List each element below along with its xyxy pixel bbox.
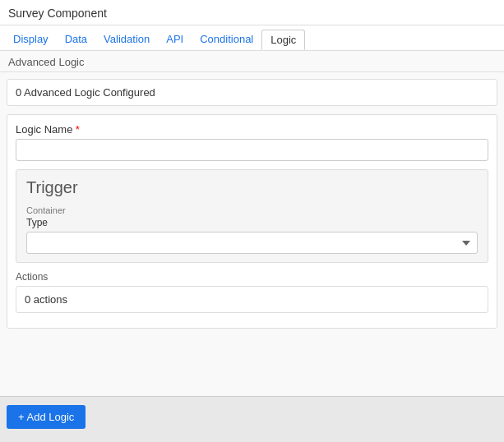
actions-label: Actions [16,271,488,283]
logic-name-label: Logic Name * [16,123,488,136]
tab-conditional[interactable]: Conditional [192,29,261,51]
add-logic-button[interactable]: + Add Logic [7,405,86,429]
trigger-title: Trigger [26,178,478,197]
window-title: Survey Component [8,7,107,20]
logic-form: Logic Name * Trigger Container Type Acti… [7,114,497,329]
logic-name-input[interactable] [16,139,488,161]
container-label: Container [26,205,478,215]
tabs-row: Display Data Validation API Conditional … [0,25,504,51]
tab-logic[interactable]: Logic [261,30,305,50]
section-label: Advanced Logic [0,51,504,72]
trigger-type-select[interactable] [26,232,478,254]
title-bar: Survey Component [0,0,504,25]
tab-data[interactable]: Data [57,29,95,51]
actions-count-bar: 0 actions [16,286,488,313]
tab-api[interactable]: API [158,29,192,51]
trigger-box: Trigger Container Type [16,169,488,263]
logic-count-bar: 0 Advanced Logic Configured [7,79,497,106]
main-content: 0 Advanced Logic Configured Logic Name *… [0,72,504,396]
footer-bar: + Add Logic [0,396,504,442]
tab-display[interactable]: Display [5,29,57,51]
required-marker: * [76,123,80,136]
type-label: Type [26,217,478,228]
tab-validation[interactable]: Validation [95,29,158,51]
